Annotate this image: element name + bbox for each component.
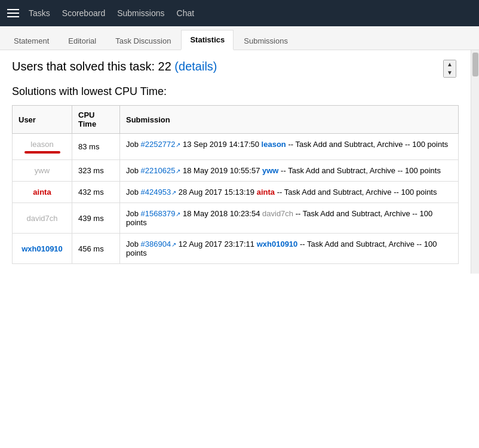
tab-submissions[interactable]: Submissions (235, 31, 297, 50)
table-row: leason83 msJob #2252772↗ 13 Sep 2019 14:… (13, 134, 459, 160)
table-row: wxh010910456 msJob #386904↗ 12 Aug 2017 … (13, 234, 459, 264)
submission-cell: Job #386904↗ 12 Aug 2017 23:17:11 wxh010… (120, 234, 459, 264)
table-row: yww323 msJob #2210625↗ 18 May 2019 10:55… (13, 160, 459, 182)
scrollbar-thumb[interactable] (472, 53, 478, 76)
submission-cell: Job #2210625↗ 18 May 2019 10:55:57 yww -… (120, 160, 459, 182)
submission-user-link[interactable]: yww (262, 166, 278, 175)
red-underline (24, 151, 60, 154)
external-link-icon: ↗ (171, 241, 176, 248)
solutions-table: User CPU Time Submission leason83 msJob … (12, 105, 459, 264)
col-header-submission: Submission (120, 106, 459, 134)
top-navigation: Tasks Scoreboard Submissions Chat (0, 0, 479, 26)
details-link[interactable]: (details) (174, 60, 217, 73)
section-title: Solutions with lowest CPU Time: (12, 85, 459, 98)
user-cell: ainta (13, 182, 72, 203)
cpu-time-cell: 456 ms (72, 234, 120, 264)
cpu-time-cell: 323 ms (72, 160, 120, 182)
user-link[interactable]: wxh010910 (22, 244, 63, 253)
user-cell: yww (13, 160, 72, 182)
users-solved-text: Users that solved this task: 22 (12, 60, 171, 73)
user-cell: wxh010910 (13, 234, 72, 264)
nav-tasks[interactable]: Tasks (29, 8, 50, 18)
scrollbar[interactable] (471, 50, 479, 274)
submission-user-link[interactable]: david7ch (262, 209, 293, 218)
users-solved-heading: Users that solved this task: 22 (details… (12, 60, 459, 73)
submission-user-link[interactable]: wxh010910 (257, 240, 298, 248)
nav-chat[interactable]: Chat (177, 8, 195, 18)
table-header-row: User CPU Time Submission (13, 106, 459, 134)
user-link[interactable]: david7ch (26, 214, 57, 223)
external-link-icon: ↗ (176, 211, 180, 217)
user-link[interactable]: leason (30, 140, 53, 149)
external-link-icon: ↗ (176, 168, 180, 174)
page-layout: Users that solved this task: 22 (details… (0, 50, 479, 274)
cpu-time-cell: 83 ms (72, 134, 120, 160)
job-link[interactable]: #424953 (141, 188, 171, 197)
content-area: Users that solved this task: 22 (details… (0, 50, 471, 274)
table-row: david7ch439 msJob #1568379↗ 18 May 2018 … (13, 203, 459, 234)
user-cell: david7ch (13, 203, 72, 234)
scroll-up-button[interactable]: ▲ (444, 60, 456, 69)
tab-statement[interactable]: Statement (5, 31, 58, 50)
submission-cell: Job #2252772↗ 13 Sep 2019 14:17:50 leaso… (120, 134, 459, 160)
sub-tab-bar: Statement Editorial Task Discussion Stat… (0, 26, 479, 50)
cpu-time-cell: 439 ms (72, 203, 120, 234)
external-link-icon: ↗ (176, 142, 180, 148)
submission-user-link[interactable]: leason (262, 140, 286, 149)
nav-submissions[interactable]: Submissions (117, 8, 164, 18)
submission-user-link[interactable]: ainta (257, 188, 275, 197)
job-link[interactable]: #1568379 (141, 209, 176, 218)
submission-cell: Job #424953↗ 28 Aug 2017 15:13:19 ainta … (120, 182, 459, 203)
scroll-spinner: ▲ ▼ (443, 60, 456, 78)
table-row: ainta432 msJob #424953↗ 28 Aug 2017 15:1… (13, 182, 459, 203)
scroll-down-button[interactable]: ▼ (444, 69, 456, 77)
tab-task-discussion[interactable]: Task Discussion (106, 31, 180, 50)
job-link[interactable]: #2210625 (141, 166, 176, 175)
job-link[interactable]: #386904 (141, 240, 171, 248)
col-header-user: User (13, 106, 72, 134)
cpu-time-cell: 432 ms (72, 182, 120, 203)
user-cell: leason (13, 134, 72, 160)
col-header-cpu: CPU Time (72, 106, 120, 134)
nav-scoreboard[interactable]: Scoreboard (62, 8, 105, 18)
submission-cell: Job #1568379↗ 18 May 2018 10:23:54 david… (120, 203, 459, 234)
user-link[interactable]: ainta (33, 188, 51, 197)
tab-statistics[interactable]: Statistics (181, 30, 234, 50)
main-content: Users that solved this task: 22 (details… (0, 50, 471, 274)
tab-editorial[interactable]: Editorial (59, 31, 105, 50)
hamburger-menu[interactable] (7, 9, 19, 17)
job-link[interactable]: #2252772 (141, 140, 176, 149)
user-link[interactable]: yww (35, 166, 50, 175)
external-link-icon: ↗ (171, 189, 176, 196)
